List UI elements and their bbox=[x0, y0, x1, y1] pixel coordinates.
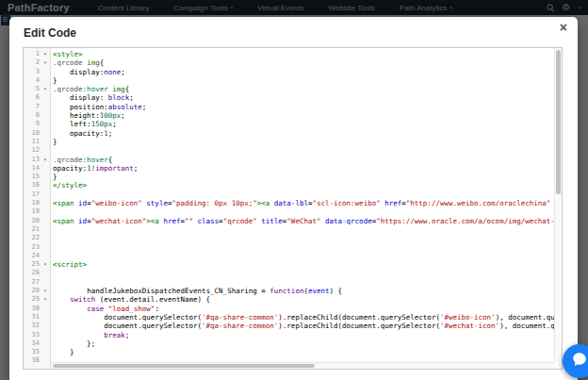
code-token: id bbox=[78, 217, 87, 225]
code-line-text: switch (event.detail.eventName) { bbox=[50, 295, 562, 304]
code-token: } bbox=[53, 348, 74, 356]
vertical-scrollbar[interactable] bbox=[554, 48, 562, 362]
fold-marker-icon[interactable]: ▾ bbox=[41, 295, 50, 304]
code-token: "WeChat" bbox=[286, 217, 320, 225]
code-token: data-lbl bbox=[274, 199, 308, 207]
code-token: } bbox=[53, 76, 57, 85]
line-number: 25 bbox=[24, 260, 41, 269]
code-line: 34 }; bbox=[24, 339, 562, 348]
code-token: '#qa-share-common' bbox=[202, 322, 278, 330]
code-token: opacity bbox=[53, 164, 83, 173]
code-token: display bbox=[70, 93, 100, 102]
code-line: 2▾.qrcode img{ bbox=[24, 58, 562, 67]
fold-gutter bbox=[41, 331, 50, 339]
code-token: left bbox=[70, 120, 87, 128]
code-token: document bbox=[342, 322, 376, 330]
code-line-text: opacity:1!important; bbox=[50, 164, 562, 173]
close-icon[interactable]: × bbox=[560, 21, 567, 34]
line-number: 2 bbox=[24, 58, 41, 67]
code-line: 11} bbox=[24, 138, 562, 146]
code-line: 12 bbox=[24, 146, 562, 155]
line-number: 16 bbox=[24, 181, 41, 190]
fold-gutter bbox=[41, 225, 50, 234]
code-token bbox=[53, 68, 70, 76]
code-token bbox=[53, 120, 70, 128]
code-line-text: height:100px; bbox=[50, 111, 562, 120]
fold-marker-icon[interactable]: ▾ bbox=[41, 287, 50, 295]
code-line: 31 document.querySelector('#qa-share-com… bbox=[24, 313, 562, 322]
code-token bbox=[53, 287, 87, 295]
code-line-text: .qrcode img{ bbox=[50, 58, 562, 67]
code-token: ; bbox=[121, 111, 125, 120]
code-line: 19 bbox=[24, 207, 562, 216]
code-line-text: } bbox=[50, 348, 562, 356]
code-token: id bbox=[78, 199, 87, 207]
code-token: { bbox=[108, 156, 113, 164]
code-token: "padding: 0px 10px;" bbox=[172, 199, 256, 207]
fold-marker-icon[interactable]: ▾ bbox=[41, 260, 50, 269]
code-token: .querySelector( bbox=[376, 322, 440, 330]
line-number: 7 bbox=[24, 103, 41, 111]
code-line-text: display:none; bbox=[50, 68, 562, 76]
code-token: "http://www.weibo.com/oraclechina" bbox=[406, 199, 551, 207]
code-line: 18<span id="weibo-icon" style="padding: … bbox=[24, 199, 562, 207]
fold-gutter bbox=[41, 68, 50, 76]
code-line-text: display: block; bbox=[50, 93, 562, 102]
code-line: 10 opacity:1; bbox=[24, 129, 562, 138]
code-token: none bbox=[104, 68, 121, 76]
fold-marker-icon[interactable]: ▾ bbox=[41, 58, 50, 67]
code-line-text: </style> bbox=[50, 181, 562, 190]
code-line-text: } bbox=[50, 173, 562, 181]
code-line-text: document.querySelector('#qa-share-common… bbox=[50, 322, 562, 330]
fold-marker-icon[interactable]: ▾ bbox=[41, 50, 50, 58]
code-line-text: .qrcode:hover img{ bbox=[50, 85, 562, 93]
code-token: ), bbox=[499, 322, 513, 330]
fold-gutter bbox=[41, 129, 50, 138]
code-token: function bbox=[270, 287, 303, 295]
code-line-text: }; bbox=[50, 339, 562, 348]
line-number: 1 bbox=[24, 50, 41, 58]
fold-gutter bbox=[41, 111, 50, 120]
code-token: ; bbox=[129, 93, 134, 102]
fold-marker-icon[interactable]: ▾ bbox=[41, 85, 50, 93]
code-token: .qrcode bbox=[53, 58, 83, 67]
code-token: "https://www.oracle.com/a/ocom/img/wecha… bbox=[376, 217, 562, 225]
vertical-scrollbar-thumb[interactable] bbox=[556, 50, 561, 194]
code-line: 33 break; bbox=[24, 331, 562, 339]
line-number: 13 bbox=[24, 156, 41, 164]
code-token: class bbox=[198, 217, 220, 225]
code-line: 3 display:none; bbox=[24, 68, 562, 76]
code-editor[interactable]: 1▾<style>2▾.qrcode img{3 display:none;4}… bbox=[23, 47, 563, 370]
code-line-text: handleJukeboxDispatchedEvents_CN_Sharing… bbox=[50, 287, 562, 295]
code-token: "scl-icon:weibo" bbox=[312, 199, 380, 207]
fold-gutter bbox=[41, 305, 50, 313]
code-token: } bbox=[53, 138, 57, 146]
line-number: 15 bbox=[24, 173, 41, 181]
line-number: 23 bbox=[24, 243, 41, 252]
code-line-text bbox=[50, 146, 562, 155]
fold-gutter bbox=[41, 164, 50, 173]
fold-gutter bbox=[41, 322, 50, 330]
line-number: 28 bbox=[24, 287, 41, 295]
fold-marker-icon[interactable]: ▾ bbox=[41, 156, 50, 164]
code-token: opacity bbox=[70, 129, 100, 138]
code-token: ; bbox=[112, 120, 117, 128]
code-line: 13▾.qrcode:hover{ bbox=[24, 156, 562, 164]
code-token: event bbox=[104, 295, 125, 304]
code-line-text bbox=[50, 225, 562, 234]
code-lines: 1▾<style>2▾.qrcode img{3 display:none;4}… bbox=[24, 48, 562, 366]
code-token bbox=[53, 313, 104, 322]
code-token: ; bbox=[108, 129, 113, 138]
code-line-text: case "load_show": bbox=[50, 305, 562, 313]
line-number: 22 bbox=[24, 234, 41, 242]
code-token: { bbox=[100, 58, 105, 67]
horizontal-scrollbar[interactable] bbox=[51, 362, 554, 369]
code-token: <span bbox=[53, 217, 74, 225]
code-token: document bbox=[104, 313, 138, 322]
code-token bbox=[53, 305, 87, 313]
horizontal-scrollbar-thumb[interactable] bbox=[53, 364, 315, 368]
line-number: 24 bbox=[24, 252, 41, 260]
code-line-text: <script> bbox=[50, 260, 562, 269]
code-token: height bbox=[70, 111, 95, 120]
code-token: { bbox=[125, 85, 130, 93]
